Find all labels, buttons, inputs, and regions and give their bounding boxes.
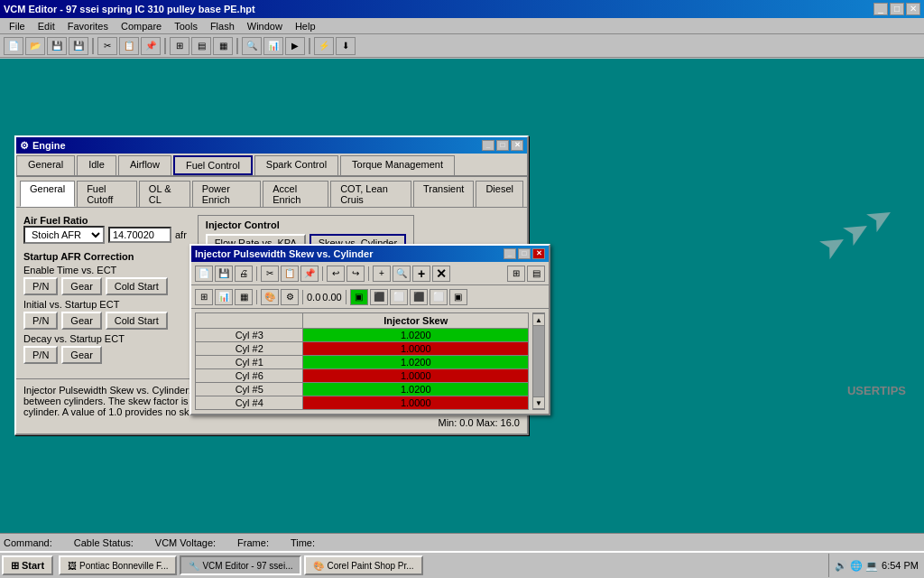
dialog-btn-print[interactable]: 🖨 — [235, 266, 253, 282]
engine-panel-minimize[interactable]: _ — [482, 140, 494, 151]
dialog-btn-table[interactable]: ▤ — [527, 266, 545, 282]
engine-panel-close[interactable]: ✕ — [511, 140, 523, 151]
dialog-btn-paste[interactable]: 📌 — [300, 266, 319, 282]
stoich-select[interactable]: Stoich AFR — [23, 226, 105, 244]
dialog-btn-minus[interactable]: ✕ — [432, 266, 450, 282]
task-pontiac[interactable]: 🖼 Pontiac Bonneville F... — [59, 555, 177, 575]
cyl1-value[interactable]: 1.0200 — [303, 356, 529, 369]
cyl3-label: Cyl #3 — [196, 329, 303, 342]
dialog-btn-new[interactable]: 📄 — [195, 266, 213, 282]
toolbar-sep-3 — [236, 38, 238, 54]
dialog-maximize[interactable]: □ — [518, 248, 531, 259]
tab-idle[interactable]: Idle — [77, 155, 116, 175]
sub-tab-fuel-cutoff[interactable]: Fuel Cutoff — [77, 181, 137, 207]
dialog-btn-img3[interactable]: ⬛ — [410, 289, 428, 305]
dialog-btn-undo[interactable]: ↩ — [327, 266, 345, 282]
sub-tab-general[interactable]: General — [20, 181, 75, 207]
save-as-btn[interactable]: 💾 — [69, 37, 88, 55]
decay-gear-btn[interactable]: Gear — [61, 346, 101, 364]
dialog-btn-grid[interactable]: ⊞ — [195, 289, 213, 305]
tab-torque-mgmt[interactable]: Torque Management — [340, 155, 455, 175]
decay-btns: P/N Gear — [23, 346, 187, 364]
sub-tab-power-enrich[interactable]: Power Enrich — [192, 181, 262, 207]
sub-tab-diesel[interactable]: Diesel — [476, 181, 523, 207]
compare-btn[interactable]: ⊞ — [170, 37, 189, 55]
tab-airflow[interactable]: Airflow — [118, 155, 171, 175]
cyl2-value[interactable]: 1.0000 — [303, 342, 529, 356]
menu-help[interactable]: Help — [290, 20, 321, 32]
enable-pn-btn[interactable]: P/N — [23, 277, 58, 295]
dialog-btn-cut[interactable]: ✂ — [261, 266, 279, 282]
btn6[interactable]: ▶ — [285, 37, 305, 55]
cut-btn[interactable]: ✂ — [97, 37, 117, 55]
dialog-btn-3d[interactable]: ▦ — [235, 289, 253, 305]
enable-cold-start-btn[interactable]: Cold Start — [106, 277, 168, 295]
initial-pn-btn[interactable]: P/N — [23, 312, 58, 330]
scroll-up[interactable]: ▲ — [532, 313, 545, 326]
flash-btn[interactable]: ⚡ — [314, 37, 334, 55]
initial-gear-btn[interactable]: Gear — [61, 312, 101, 330]
tab-general[interactable]: General — [16, 155, 75, 175]
decay-pn-btn[interactable]: P/N — [23, 346, 58, 364]
btn2[interactable]: ▤ — [191, 37, 211, 55]
dialog-btn-copy[interactable]: 📋 — [281, 266, 299, 282]
dialog-btn-img1[interactable]: ⬛ — [370, 289, 388, 305]
initial-cold-start-btn[interactable]: Cold Start — [106, 312, 168, 330]
new-btn[interactable]: 📄 — [4, 37, 23, 55]
cyl4-value[interactable]: 1.0000 — [303, 396, 529, 410]
dialog-btn-plus[interactable]: + — [412, 266, 430, 282]
engine-panel-maximize[interactable]: □ — [496, 140, 509, 151]
menu-window[interactable]: Window — [242, 20, 288, 32]
table-scrollbar[interactable]: ▲ ▼ — [532, 312, 545, 410]
sub-tab-ol-cl[interactable]: OL & CL — [139, 181, 190, 207]
sub-tab-transient[interactable]: Transient — [413, 181, 474, 207]
scroll-down[interactable]: ▼ — [532, 396, 545, 409]
afr-value[interactable] — [108, 227, 171, 243]
paste-btn[interactable]: 📌 — [141, 37, 161, 55]
dialog-btn-img5[interactable]: ▣ — [449, 289, 467, 305]
close-btn[interactable]: ✕ — [906, 3, 920, 15]
btn3[interactable]: ▦ — [213, 37, 233, 55]
dialog-btn-img2[interactable]: ⬜ — [390, 289, 408, 305]
btn5[interactable]: 📊 — [263, 37, 283, 55]
dialog-btn-redo[interactable]: ↪ — [346, 266, 365, 282]
tab-fuel-control[interactable]: Fuel Control — [173, 155, 253, 175]
table-row: Cyl #2 1.0000 — [196, 342, 529, 356]
menu-flash[interactable]: Flash — [205, 20, 240, 32]
dialog-btn-green[interactable]: ▣ — [350, 289, 368, 305]
dialog-btn-chart[interactable]: 📊 — [215, 289, 233, 305]
dialog-btn-open[interactable]: 💾 — [215, 266, 233, 282]
menu-favorites[interactable]: Favorites — [62, 20, 114, 32]
open-btn[interactable]: 📂 — [25, 37, 45, 55]
maximize-btn[interactable]: □ — [890, 3, 904, 15]
sub-tab-accel-enrich[interactable]: Accel Enrich — [263, 181, 328, 207]
cyl6-value[interactable]: 1.0000 — [303, 369, 529, 383]
minimize-btn[interactable]: _ — [873, 3, 888, 15]
sub-tab-cot[interactable]: COT, Lean Cruis — [330, 181, 411, 207]
menu-tools[interactable]: Tools — [169, 20, 203, 32]
start-button[interactable]: ⊞ Start — [2, 555, 53, 575]
dialog-minimize[interactable]: _ — [504, 248, 516, 259]
dialog-btn-img4[interactable]: ⬜ — [430, 289, 448, 305]
copy-btn[interactable]: 📋 — [119, 37, 139, 55]
menu-compare[interactable]: Compare — [116, 20, 167, 32]
tab-spark-control[interactable]: Spark Control — [254, 155, 338, 175]
cyl5-value[interactable]: 1.0200 — [303, 383, 529, 396]
scroll-track[interactable] — [533, 326, 544, 396]
dialog-btn-settings[interactable]: ⚙ — [281, 289, 299, 305]
task-corel[interactable]: 🎨 Corel Paint Shop Pr... — [304, 555, 422, 575]
download-btn[interactable]: ⬇ — [336, 37, 356, 55]
menu-file[interactable]: File — [4, 20, 31, 32]
menu-edit[interactable]: Edit — [32, 20, 60, 32]
cyl3-value[interactable]: 1.0200 — [303, 329, 529, 342]
status-cable: Cable Status: — [74, 537, 137, 548]
save-btn[interactable]: 💾 — [47, 37, 67, 55]
dialog-btn-expand[interactable]: ⊞ — [507, 266, 525, 282]
dialog-close[interactable]: ✕ — [532, 248, 545, 259]
task-vcm[interactable]: 🔧 VCM Editor - 97 ssei... — [180, 555, 301, 575]
dialog-btn-zoom[interactable]: 🔍 — [393, 266, 411, 282]
dialog-btn-color[interactable]: 🎨 — [261, 289, 279, 305]
dialog-btn-add[interactable]: + — [373, 266, 391, 282]
btn4[interactable]: 🔍 — [242, 37, 262, 55]
enable-gear-btn[interactable]: Gear — [61, 277, 101, 295]
